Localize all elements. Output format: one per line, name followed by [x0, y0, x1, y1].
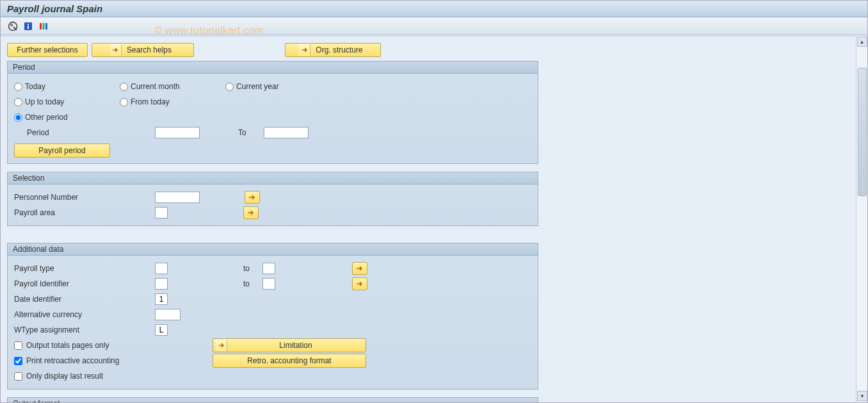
multiple-selection-button[interactable]	[352, 277, 367, 290]
group-legend: Period	[8, 62, 538, 74]
output-totals-checkbox[interactable]: Output totals pages only	[14, 338, 213, 353]
alternative-currency-input[interactable]	[155, 309, 181, 320]
payroll-identifier-to-input[interactable]	[262, 278, 275, 290]
radio-current-year[interactable]: Current year	[225, 82, 331, 91]
button-label: Retro. accounting format	[247, 356, 331, 365]
radio-label: Today	[25, 82, 45, 91]
limitation-button[interactable]: Limitation	[213, 338, 366, 352]
to-label: to	[243, 264, 262, 273]
svg-rect-7	[45, 23, 47, 29]
payroll-area-label: Payroll area	[14, 208, 155, 217]
top-button-row: Further selections Search helps Org. str…	[7, 43, 849, 57]
wtype-input[interactable]	[155, 324, 168, 336]
arrow-right-icon	[110, 44, 122, 56]
group-legend: Output format	[8, 398, 538, 402]
payroll-type-to-input[interactable]	[262, 263, 275, 274]
radio-current-month[interactable]: Current month	[120, 82, 225, 91]
period-from-input[interactable]	[155, 127, 200, 138]
retro-format-button[interactable]: Retro. accounting format	[213, 354, 366, 368]
payroll-type-label: Payroll type	[14, 264, 155, 273]
info-icon[interactable]	[22, 21, 34, 32]
scroll-thumb[interactable]	[858, 68, 867, 196]
button-label: Search helps	[127, 45, 172, 54]
radio-label: Current year	[236, 82, 279, 91]
button-label: Org. structure	[316, 45, 362, 54]
svg-rect-4	[28, 26, 29, 29]
period-group: Period Today Current month Current year	[7, 61, 538, 164]
date-identifier-label: Date identifier	[14, 295, 155, 304]
app-window: Payroll journal Spain © www.tutorialk	[0, 0, 868, 403]
app-toolbar	[1, 17, 867, 35]
scroll-down-icon[interactable]: ▼	[857, 391, 867, 401]
svg-rect-3	[28, 24, 29, 25]
checkbox-label: Output totals pages only	[26, 341, 109, 350]
period-to-input[interactable]	[264, 127, 309, 138]
page-title: Payroll journal Spain	[1, 1, 867, 17]
payroll-type-from-input[interactable]	[155, 263, 168, 274]
arrow-right-icon	[299, 44, 310, 56]
svg-rect-6	[43, 23, 45, 29]
only-last-checkbox[interactable]: Only display last result	[14, 368, 103, 384]
personnel-number-input[interactable]	[155, 192, 200, 203]
date-identifier-input[interactable]	[155, 293, 168, 305]
group-legend: Additional data	[8, 243, 538, 256]
payroll-identifier-label: Payroll Identifier	[14, 279, 155, 288]
payroll-area-input[interactable]	[155, 207, 168, 218]
checkbox-label: Only display last result	[26, 372, 103, 381]
group-legend: Selection	[8, 172, 538, 185]
scroll-up-icon[interactable]: ▲	[857, 37, 867, 47]
payroll-period-button[interactable]: Payroll period	[14, 144, 110, 158]
radio-label: From today	[131, 97, 170, 106]
to-label: to	[243, 279, 262, 288]
additional-data-group: Additional data Payroll type to Payroll …	[7, 243, 538, 390]
radio-other-period[interactable]: Other period	[14, 113, 120, 122]
output-format-group: Output format Page header	[7, 397, 538, 402]
svg-point-1	[11, 24, 13, 26]
multiple-selection-button[interactable]	[245, 191, 260, 204]
button-label: Limitation	[232, 341, 359, 350]
alternative-currency-label: Alternative currency	[14, 310, 155, 319]
period-label: Period	[14, 128, 155, 137]
button-label: Further selections	[17, 45, 77, 54]
print-retro-checkbox[interactable]: Print retroactive accounting	[14, 353, 213, 368]
personnel-number-label: Personnel Number	[14, 193, 155, 202]
arrow-right-icon	[216, 340, 227, 351]
radio-label: Other period	[25, 113, 68, 122]
vertical-scrollbar[interactable]: ▲ ▼	[856, 36, 867, 402]
org-structure-button[interactable]: Org. structure	[285, 43, 381, 57]
selection-group: Selection Personnel Number Payroll area	[7, 172, 538, 226]
payroll-identifier-from-input[interactable]	[155, 278, 168, 290]
checkbox-label: Print retroactive accounting	[26, 356, 119, 365]
search-helps-button[interactable]: Search helps	[92, 43, 194, 57]
radio-label: Current month	[131, 82, 180, 91]
radio-today[interactable]: Today	[14, 82, 120, 91]
radio-from-today[interactable]: From today	[120, 97, 225, 106]
further-selections-button[interactable]: Further selections	[7, 43, 88, 57]
svg-rect-5	[40, 23, 42, 29]
variant-icon[interactable]	[38, 21, 49, 32]
to-label: To	[238, 128, 264, 137]
radio-label: Up to today	[25, 97, 64, 106]
button-label: Payroll period	[38, 146, 85, 155]
radio-up-to-today[interactable]: Up to today	[14, 97, 120, 106]
multiple-selection-button[interactable]	[243, 206, 259, 219]
content-area: Further selections Search helps Org. str…	[1, 36, 856, 402]
wtype-label: WType assignment	[14, 325, 155, 334]
execute-icon[interactable]	[7, 21, 19, 32]
multiple-selection-button[interactable]	[352, 262, 367, 275]
